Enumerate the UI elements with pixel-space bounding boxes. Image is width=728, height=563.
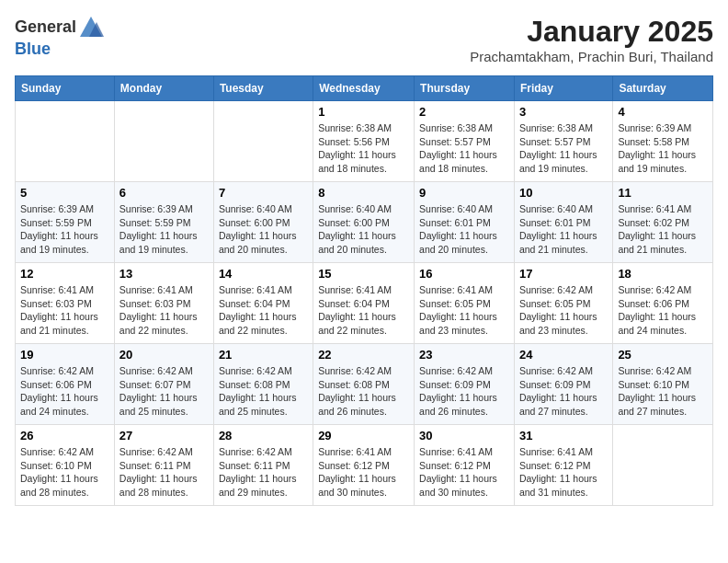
day-number: 20 [119, 348, 209, 362]
day-number: 31 [519, 429, 608, 442]
logo: General Blue [15, 15, 104, 59]
weekday-header-thursday: Thursday [415, 76, 515, 101]
subtitle: Prachamtakham, Prachin Buri, Thailand [470, 49, 713, 64]
calendar-cell: 6Sunrise: 6:39 AM Sunset: 5:59 PM Daylig… [114, 182, 213, 263]
day-number: 23 [419, 348, 509, 362]
page-header: General Blue January 2025 Prachamtakham,… [15, 15, 713, 64]
calendar-cell: 8Sunrise: 6:40 AM Sunset: 6:00 PM Daylig… [313, 182, 415, 263]
day-info: Sunrise: 6:42 AM Sunset: 6:09 PM Dayligh… [419, 364, 509, 419]
day-number: 17 [519, 267, 608, 281]
calendar-cell: 28Sunrise: 6:42 AM Sunset: 6:11 PM Dayli… [213, 425, 313, 506]
day-number: 29 [318, 429, 409, 442]
day-info: Sunrise: 6:40 AM Sunset: 6:01 PM Dayligh… [519, 202, 608, 257]
calendar-cell: 24Sunrise: 6:42 AM Sunset: 6:09 PM Dayli… [514, 344, 612, 425]
weekday-header-wednesday: Wednesday [313, 76, 415, 101]
calendar-table: SundayMondayTuesdayWednesdayThursdayFrid… [15, 75, 713, 506]
day-number: 2 [419, 105, 509, 119]
day-number: 26 [20, 429, 109, 442]
calendar-cell: 14Sunrise: 6:41 AM Sunset: 6:04 PM Dayli… [213, 263, 313, 344]
day-number: 25 [618, 348, 708, 362]
calendar-cell: 1Sunrise: 6:38 AM Sunset: 5:56 PM Daylig… [313, 101, 415, 182]
day-number: 18 [618, 267, 708, 281]
day-info: Sunrise: 6:42 AM Sunset: 6:07 PM Dayligh… [119, 364, 209, 419]
day-number: 11 [618, 186, 708, 200]
calendar-header-row: SundayMondayTuesdayWednesdayThursdayFrid… [16, 76, 713, 101]
day-info: Sunrise: 6:42 AM Sunset: 6:05 PM Dayligh… [519, 283, 608, 338]
day-number: 10 [519, 186, 608, 200]
day-number: 16 [419, 267, 509, 281]
calendar-cell: 12Sunrise: 6:41 AM Sunset: 6:03 PM Dayli… [16, 263, 115, 344]
day-info: Sunrise: 6:41 AM Sunset: 6:04 PM Dayligh… [219, 283, 308, 338]
day-info: Sunrise: 6:41 AM Sunset: 6:05 PM Dayligh… [419, 283, 509, 338]
day-info: Sunrise: 6:40 AM Sunset: 6:01 PM Dayligh… [419, 202, 509, 257]
calendar-cell: 25Sunrise: 6:42 AM Sunset: 6:10 PM Dayli… [613, 344, 713, 425]
day-info: Sunrise: 6:38 AM Sunset: 5:57 PM Dayligh… [419, 121, 509, 176]
day-number: 27 [119, 429, 209, 442]
calendar-cell: 27Sunrise: 6:42 AM Sunset: 6:11 PM Dayli… [114, 425, 213, 506]
day-number: 1 [318, 105, 409, 119]
day-info: Sunrise: 6:42 AM Sunset: 6:10 PM Dayligh… [20, 445, 109, 500]
day-info: Sunrise: 6:41 AM Sunset: 6:12 PM Dayligh… [419, 445, 509, 500]
day-info: Sunrise: 6:40 AM Sunset: 6:00 PM Dayligh… [219, 202, 308, 257]
day-number: 7 [219, 186, 308, 200]
calendar-cell: 2Sunrise: 6:38 AM Sunset: 5:57 PM Daylig… [415, 101, 515, 182]
day-info: Sunrise: 6:42 AM Sunset: 6:06 PM Dayligh… [20, 364, 109, 419]
day-info: Sunrise: 6:41 AM Sunset: 6:02 PM Dayligh… [618, 202, 708, 257]
day-info: Sunrise: 6:42 AM Sunset: 6:08 PM Dayligh… [219, 364, 308, 419]
calendar-cell: 16Sunrise: 6:41 AM Sunset: 6:05 PM Dayli… [415, 263, 515, 344]
calendar-cell [613, 425, 713, 506]
day-info: Sunrise: 6:38 AM Sunset: 5:56 PM Dayligh… [318, 121, 409, 176]
day-number: 24 [519, 348, 608, 362]
calendar-cell: 22Sunrise: 6:42 AM Sunset: 6:08 PM Dayli… [313, 344, 415, 425]
day-info: Sunrise: 6:41 AM Sunset: 6:03 PM Dayligh… [20, 283, 109, 338]
logo-blue: Blue [15, 40, 51, 59]
calendar-cell: 4Sunrise: 6:39 AM Sunset: 5:58 PM Daylig… [613, 101, 713, 182]
calendar-cell: 30Sunrise: 6:41 AM Sunset: 6:12 PM Dayli… [415, 425, 515, 506]
calendar-cell: 7Sunrise: 6:40 AM Sunset: 6:00 PM Daylig… [213, 182, 313, 263]
calendar-week-row: 12Sunrise: 6:41 AM Sunset: 6:03 PM Dayli… [16, 263, 713, 344]
calendar-cell [114, 101, 213, 182]
weekday-header-tuesday: Tuesday [213, 76, 313, 101]
calendar-cell: 29Sunrise: 6:41 AM Sunset: 6:12 PM Dayli… [313, 425, 415, 506]
title-block: January 2025 Prachamtakham, Prachin Buri… [470, 15, 713, 64]
logo-general: General [15, 18, 76, 37]
day-number: 4 [618, 105, 708, 119]
day-info: Sunrise: 6:42 AM Sunset: 6:11 PM Dayligh… [119, 445, 209, 500]
day-info: Sunrise: 6:40 AM Sunset: 6:00 PM Dayligh… [318, 202, 409, 257]
day-info: Sunrise: 6:41 AM Sunset: 6:04 PM Dayligh… [318, 283, 409, 338]
day-number: 12 [20, 267, 109, 281]
calendar-cell: 15Sunrise: 6:41 AM Sunset: 6:04 PM Dayli… [313, 263, 415, 344]
calendar-cell: 3Sunrise: 6:38 AM Sunset: 5:57 PM Daylig… [514, 101, 612, 182]
day-info: Sunrise: 6:38 AM Sunset: 5:57 PM Dayligh… [519, 121, 608, 176]
weekday-header-sunday: Sunday [16, 76, 115, 101]
calendar-cell [16, 101, 115, 182]
calendar-cell: 17Sunrise: 6:42 AM Sunset: 6:05 PM Dayli… [514, 263, 612, 344]
day-number: 14 [219, 267, 308, 281]
day-info: Sunrise: 6:41 AM Sunset: 6:03 PM Dayligh… [119, 283, 209, 338]
calendar-week-row: 26Sunrise: 6:42 AM Sunset: 6:10 PM Dayli… [16, 425, 713, 506]
calendar-cell: 26Sunrise: 6:42 AM Sunset: 6:10 PM Dayli… [16, 425, 115, 506]
day-number: 15 [318, 267, 409, 281]
day-number: 8 [318, 186, 409, 200]
day-number: 9 [419, 186, 509, 200]
day-info: Sunrise: 6:39 AM Sunset: 5:59 PM Dayligh… [119, 202, 209, 257]
day-info: Sunrise: 6:41 AM Sunset: 6:12 PM Dayligh… [318, 445, 409, 500]
day-info: Sunrise: 6:42 AM Sunset: 6:11 PM Dayligh… [219, 445, 308, 500]
calendar-cell: 21Sunrise: 6:42 AM Sunset: 6:08 PM Dayli… [213, 344, 313, 425]
day-number: 13 [119, 267, 209, 281]
calendar-week-row: 1Sunrise: 6:38 AM Sunset: 5:56 PM Daylig… [16, 101, 713, 182]
month-title: January 2025 [470, 15, 713, 49]
calendar-cell: 31Sunrise: 6:41 AM Sunset: 6:12 PM Dayli… [514, 425, 612, 506]
calendar-cell: 9Sunrise: 6:40 AM Sunset: 6:01 PM Daylig… [415, 182, 515, 263]
calendar-cell: 11Sunrise: 6:41 AM Sunset: 6:02 PM Dayli… [613, 182, 713, 263]
weekday-header-friday: Friday [514, 76, 612, 101]
calendar-cell: 13Sunrise: 6:41 AM Sunset: 6:03 PM Dayli… [114, 263, 213, 344]
day-number: 21 [219, 348, 308, 362]
calendar-cell: 20Sunrise: 6:42 AM Sunset: 6:07 PM Dayli… [114, 344, 213, 425]
calendar-week-row: 19Sunrise: 6:42 AM Sunset: 6:06 PM Dayli… [16, 344, 713, 425]
day-number: 30 [419, 429, 509, 442]
calendar-week-row: 5Sunrise: 6:39 AM Sunset: 5:59 PM Daylig… [16, 182, 713, 263]
calendar-cell: 18Sunrise: 6:42 AM Sunset: 6:06 PM Dayli… [613, 263, 713, 344]
day-info: Sunrise: 6:39 AM Sunset: 5:59 PM Dayligh… [20, 202, 109, 257]
day-info: Sunrise: 6:42 AM Sunset: 6:10 PM Dayligh… [618, 364, 708, 419]
